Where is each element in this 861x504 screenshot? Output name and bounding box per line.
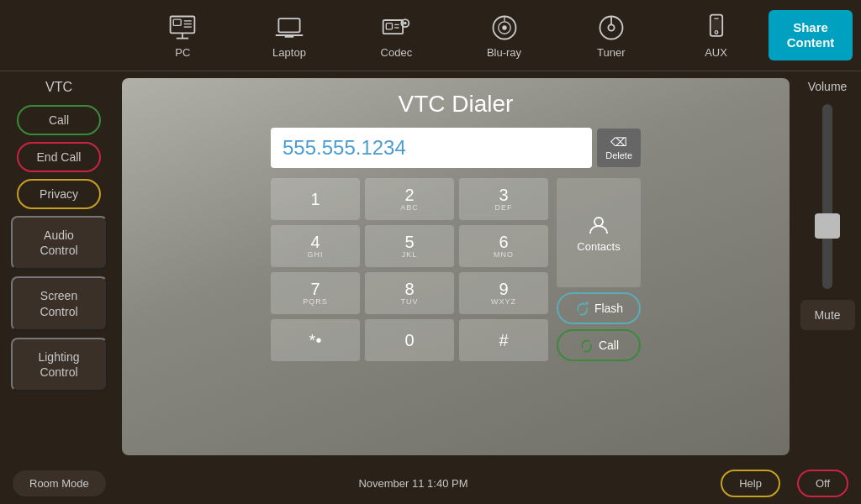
privacy-button[interactable]: Privacy	[17, 179, 101, 209]
flash-label: Flash	[594, 302, 623, 315]
bottom-datetime: November 11 1:40 PM	[123, 477, 704, 490]
phone-device-icon	[701, 13, 732, 43]
audio-control-button[interactable]: Audio Control	[11, 216, 108, 270]
disc-icon	[489, 13, 520, 43]
volume-slider-thumb[interactable]	[815, 213, 840, 239]
svg-rect-13	[387, 23, 393, 29]
key-2[interactable]: 2ABC	[365, 178, 454, 220]
top-item-pc[interactable]: PC	[155, 8, 210, 63]
svg-rect-27	[711, 20, 721, 30]
top-item-laptop[interactable]: Laptop	[260, 8, 319, 63]
flash-button[interactable]: Flash	[557, 292, 641, 324]
key-3[interactable]: 3DEF	[459, 178, 548, 220]
volume-slider-track[interactable]	[822, 104, 832, 289]
svg-point-22	[608, 24, 614, 30]
contacts-button[interactable]: Contacts	[557, 178, 641, 287]
top-item-bluray-label: Blu-ray	[487, 46, 521, 59]
volume-panel: Volume Mute	[794, 71, 861, 462]
contacts-label: Contacts	[577, 240, 620, 253]
call-dial-label: Call	[599, 339, 619, 352]
top-item-bluray[interactable]: Blu-ray	[474, 8, 534, 63]
tuner-icon	[596, 13, 626, 43]
top-item-tuner[interactable]: Tuner	[584, 8, 639, 63]
key-8[interactable]: 8TUV	[365, 272, 454, 314]
dialer-panel: VTC Dialer ⌫ Delete 1 2ABC 3DEF 4GHI 5JK…	[122, 78, 790, 455]
end-call-button[interactable]: End Call	[17, 142, 101, 172]
codec-icon	[381, 13, 411, 43]
key-7[interactable]: 7PQRS	[271, 272, 360, 314]
backspace-icon: ⌫	[610, 135, 627, 149]
top-item-codec[interactable]: Codec	[368, 8, 425, 63]
keypad-right: Contacts Flash Call	[557, 178, 641, 361]
top-item-laptop-label: Laptop	[272, 46, 306, 59]
lighting-control-button[interactable]: Lighting Control	[11, 338, 108, 391]
mute-button[interactable]: Mute	[800, 300, 855, 330]
off-button[interactable]: Off	[797, 470, 848, 497]
svg-point-18	[502, 25, 506, 29]
top-item-tuner-label: Tuner	[597, 46, 625, 59]
main-content: VTC Dialer ⌫ Delete 1 2ABC 3DEF 4GHI 5JK…	[118, 71, 861, 462]
svg-rect-9	[285, 35, 294, 38]
sidebar-title: VTC	[45, 80, 72, 95]
svg-point-28	[594, 218, 603, 226]
help-button[interactable]: Help	[721, 470, 780, 497]
top-item-codec-label: Codec	[381, 46, 413, 59]
key-9[interactable]: 9WXYZ	[459, 272, 548, 314]
keypad-grid: 1 2ABC 3DEF 4GHI 5JKL 6MNO 7PQRS 8TUV 9W…	[271, 178, 548, 361]
call-dial-icon	[578, 338, 594, 353]
top-item-aux-label: AUX	[705, 46, 727, 59]
key-5[interactable]: 5JKL	[365, 225, 454, 267]
contacts-icon	[587, 213, 610, 237]
delete-label: Delete	[605, 150, 632, 160]
top-items: PC Laptop Codec	[130, 8, 769, 63]
laptop-icon	[274, 13, 304, 43]
delete-button[interactable]: ⌫ Delete	[597, 129, 641, 167]
room-mode-button[interactable]: Room Mode	[13, 470, 106, 496]
call-button[interactable]: Call	[17, 105, 101, 135]
share-content-button[interactable]: Share Content	[769, 10, 853, 60]
key-hash[interactable]: #	[459, 319, 548, 361]
sidebar: VTC Call End Call Privacy Audio Control …	[0, 71, 118, 462]
top-item-aux[interactable]: AUX	[689, 8, 744, 63]
call-dial-button[interactable]: Call	[557, 329, 641, 361]
svg-point-26	[715, 30, 718, 34]
monitor-icon	[167, 13, 198, 43]
key-4[interactable]: 4GHI	[271, 225, 360, 267]
screen-control-button[interactable]: Screen Control	[11, 276, 108, 330]
key-0[interactable]: 0	[365, 319, 454, 361]
svg-rect-7	[278, 18, 299, 32]
bottom-bar: Room Mode November 11 1:40 PM Help Off	[0, 462, 861, 504]
top-item-pc-label: PC	[175, 46, 190, 59]
key-6[interactable]: 6MNO	[459, 225, 548, 267]
key-1[interactable]: 1	[271, 178, 360, 220]
volume-label: Volume	[808, 80, 848, 93]
top-bar: PC Laptop Codec	[0, 0, 861, 71]
svg-rect-3	[174, 19, 182, 25]
flash-phone-icon	[574, 301, 589, 316]
svg-point-29	[585, 302, 589, 305]
keypad-area: 1 2ABC 3DEF 4GHI 5JKL 6MNO 7PQRS 8TUV 9W…	[271, 178, 641, 361]
dialer-input-row: ⌫ Delete	[271, 128, 641, 168]
dialer-title: VTC Dialer	[399, 91, 514, 118]
key-star[interactable]: *•	[271, 319, 360, 361]
svg-point-12	[404, 21, 407, 24]
dialer-input[interactable]	[271, 128, 592, 168]
